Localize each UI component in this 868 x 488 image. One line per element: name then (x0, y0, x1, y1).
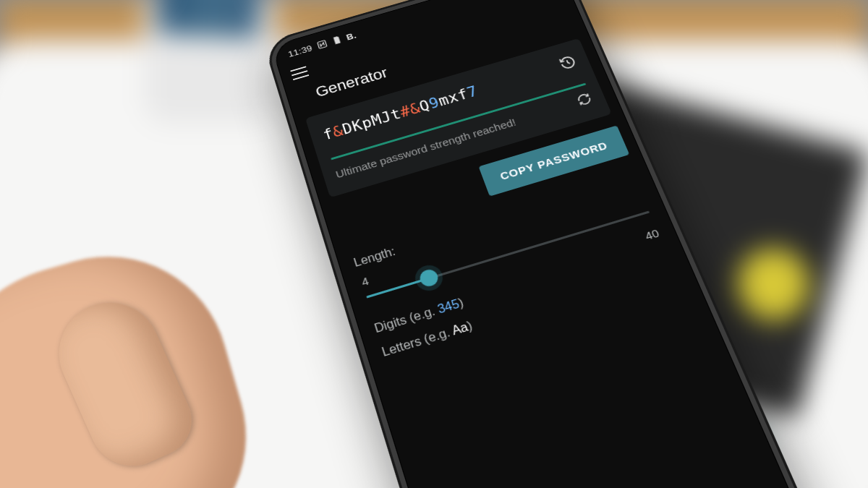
slider-min: 4 (360, 274, 370, 288)
status-time: 11:39 (286, 43, 313, 59)
nfc-icon (315, 39, 328, 50)
menu-icon[interactable] (290, 66, 309, 80)
regenerate-icon[interactable] (574, 91, 595, 111)
brand-icon: B. (345, 30, 357, 42)
history-icon[interactable] (557, 53, 579, 74)
slider-thumb[interactable] (418, 267, 441, 288)
sim-icon (331, 35, 343, 46)
